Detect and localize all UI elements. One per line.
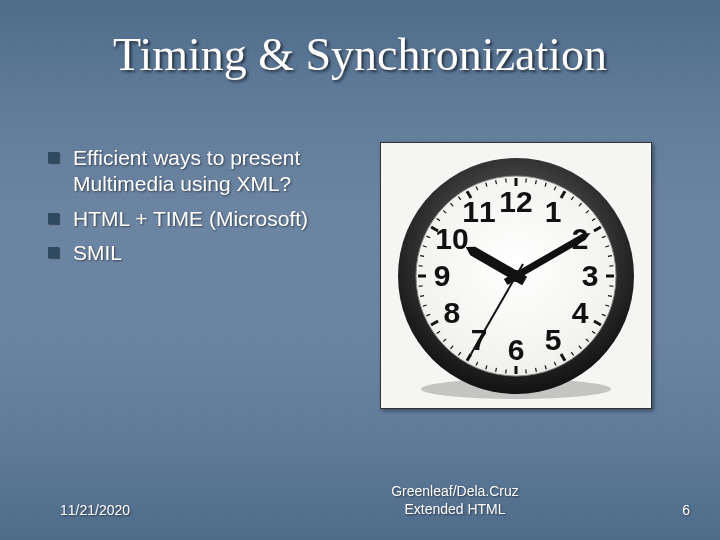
footer-subject: Extended HTML — [404, 501, 505, 517]
svg-line-35 — [496, 367, 497, 371]
svg-line-16 — [608, 255, 612, 256]
svg-text:1: 1 — [545, 194, 562, 227]
slide-title: Timing & Synchronization — [0, 28, 720, 81]
svg-text:11: 11 — [462, 194, 495, 227]
slide: Timing & Synchronization Efficient ways … — [0, 0, 720, 540]
svg-line-31 — [536, 367, 537, 371]
svg-text:12: 12 — [499, 185, 532, 218]
list-item: Efficient ways to present Multimedia usi… — [48, 145, 368, 198]
svg-line-61 — [496, 180, 497, 184]
svg-text:4: 4 — [572, 296, 589, 329]
svg-text:9: 9 — [434, 259, 451, 292]
bullet-text: HTML + TIME (Microsoft) — [73, 206, 308, 232]
bullet-text: SMIL — [73, 240, 122, 266]
bullet-list: Efficient ways to present Multimedia usi… — [48, 145, 368, 274]
footer-center: Greenleaf/Dela.Cruz Extended HTML — [300, 483, 610, 518]
svg-text:3: 3 — [582, 259, 599, 292]
footer-page-number: 6 — [610, 502, 720, 518]
square-bullet-icon — [48, 247, 59, 258]
square-bullet-icon — [48, 213, 59, 224]
list-item: SMIL — [48, 240, 368, 266]
svg-text:6: 6 — [508, 333, 525, 366]
svg-point-78 — [510, 270, 522, 282]
footer-author: Greenleaf/Dela.Cruz — [391, 483, 519, 499]
list-item: HTML + TIME (Microsoft) — [48, 206, 368, 232]
svg-text:5: 5 — [545, 323, 562, 356]
svg-line-46 — [420, 295, 424, 296]
svg-text:8: 8 — [444, 296, 461, 329]
bullet-text: Efficient ways to present Multimedia usi… — [73, 145, 368, 198]
square-bullet-icon — [48, 152, 59, 163]
clock-image: 121234567891011 — [380, 142, 652, 409]
slide-footer: 11/21/2020 Greenleaf/Dela.Cruz Extended … — [0, 483, 720, 518]
svg-line-5 — [536, 180, 537, 184]
svg-line-20 — [608, 295, 612, 296]
svg-line-50 — [420, 255, 424, 256]
footer-date: 11/21/2020 — [0, 502, 300, 518]
clock-icon: 121234567891011 — [391, 151, 641, 401]
